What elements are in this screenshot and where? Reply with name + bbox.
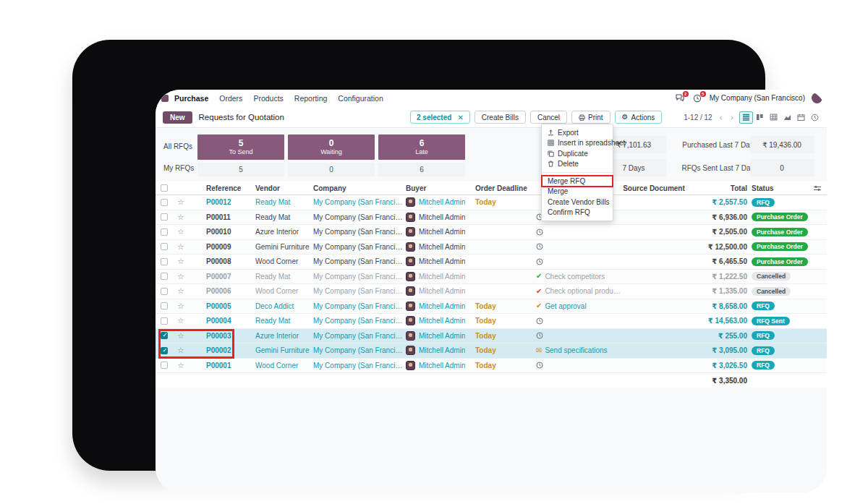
menu-item-duplicate[interactable]: Duplicate <box>542 148 613 159</box>
activities-icon[interactable]: 5 <box>692 93 703 103</box>
create-bills-button[interactable]: Create Bills <box>475 111 526 124</box>
clear-selection-icon[interactable]: ✕ <box>457 114 463 121</box>
table-row[interactable]: ☆P00010Azure InteriorMy Company (San Fra… <box>156 225 827 240</box>
menu-item-create-vendor-bills[interactable]: Create Vendor Bills <box>542 197 613 208</box>
selection-chip[interactable]: 2 selected ✕ <box>410 111 470 124</box>
table-row[interactable]: ☆P00006Wood CornerMy Company (San Franci… <box>156 284 827 299</box>
row-checkbox[interactable] <box>161 228 168 236</box>
my-rfqs-label[interactable]: My RFQs <box>163 164 194 172</box>
user-avatar[interactable] <box>812 93 822 103</box>
favorite-star-icon[interactable]: ☆ <box>173 257 189 266</box>
favorite-star-icon[interactable]: ☆ <box>173 197 189 207</box>
checkbox-cell[interactable] <box>156 288 173 295</box>
my-rfqs-value-waiting[interactable]: 0 <box>288 163 375 176</box>
header-buyer[interactable]: Buyer <box>406 184 475 192</box>
menu-item-insert-in-spreadsheet[interactable]: Insert in spreadsheet <box>542 138 613 149</box>
activity-clock-icon[interactable] <box>536 362 543 369</box>
checkbox-cell[interactable] <box>156 258 173 265</box>
favorite-star-icon[interactable]: ☆ <box>173 316 189 325</box>
row-checkbox[interactable] <box>161 317 168 325</box>
all-rfqs-label[interactable]: All RFQs <box>163 142 192 150</box>
checkbox-cell[interactable] <box>156 317 173 325</box>
dashboard-card-waiting[interactable]: 0Waiting <box>288 134 375 160</box>
row-checkbox[interactable] <box>161 258 168 265</box>
activity-clock-icon[interactable] <box>536 332 543 339</box>
checkbox-cell[interactable] <box>156 243 173 250</box>
messages-icon[interactable]: 2 <box>675 93 686 103</box>
print-button[interactable]: Print <box>571 111 610 124</box>
checkbox-cell[interactable] <box>156 273 173 280</box>
menu-products[interactable]: Products <box>253 94 283 103</box>
checkbox-cell[interactable] <box>156 332 173 339</box>
row-checkbox[interactable] <box>161 213 168 221</box>
cell-activity[interactable] <box>536 317 621 325</box>
row-checkbox[interactable] <box>161 332 168 339</box>
actions-button[interactable]: ⚙ Actions <box>615 111 663 124</box>
menu-purchase[interactable]: Purchase <box>174 94 208 103</box>
menu-item-confirm-rfq[interactable]: Confirm RFQ <box>542 208 613 218</box>
menu-orders[interactable]: Orders <box>219 94 242 103</box>
company-switcher[interactable]: My Company (San Francisco) <box>710 94 805 102</box>
menu-reporting[interactable]: Reporting <box>294 94 328 103</box>
activity-check-icon[interactable]: ✔ <box>536 288 542 295</box>
favorite-star-icon[interactable]: ☆ <box>173 331 189 341</box>
cell-activity[interactable] <box>536 258 621 265</box>
my-rfqs-value-to-send[interactable]: 5 <box>197 163 284 176</box>
activity-check-icon[interactable]: ✔ <box>536 302 542 309</box>
checkbox-cell[interactable] <box>156 362 173 369</box>
row-checkbox[interactable] <box>161 362 168 369</box>
cell-activity[interactable]: ✔Get approval <box>536 302 621 310</box>
graph-view-icon[interactable] <box>780 111 794 124</box>
table-row[interactable]: ☆P00003Azure InteriorMy Company (San Fra… <box>156 329 827 344</box>
activity-clock-icon[interactable] <box>536 228 543 236</box>
activity-clock-icon[interactable] <box>536 258 543 265</box>
cell-activity[interactable] <box>536 362 621 369</box>
favorite-star-icon[interactable]: ☆ <box>173 213 189 222</box>
pager-next-icon[interactable]: › <box>728 113 736 121</box>
apps-menu-icon[interactable] <box>161 95 169 102</box>
checkbox-cell[interactable] <box>156 302 173 309</box>
favorite-star-icon[interactable]: ☆ <box>173 242 189 252</box>
favorite-star-icon[interactable]: ☆ <box>173 302 189 311</box>
menu-item-merge[interactable]: Merge <box>542 187 613 197</box>
activity-view-icon[interactable] <box>808 111 822 124</box>
menu-configuration[interactable]: Configuration <box>338 94 383 103</box>
row-checkbox[interactable] <box>161 199 168 206</box>
my-rfqs-value-late[interactable]: 6 <box>378 163 465 176</box>
row-checkbox[interactable] <box>161 302 168 309</box>
cell-activity[interactable] <box>536 243 621 250</box>
new-button[interactable]: New <box>163 111 192 124</box>
menu-item-delete[interactable]: Delete <box>542 159 613 170</box>
table-row[interactable]: ☆P00011Ready MatMy Company (San Francisc… <box>156 210 827 226</box>
calendar-view-icon[interactable] <box>794 111 808 124</box>
favorite-star-icon[interactable]: ☆ <box>173 286 189 296</box>
cancel-button[interactable]: Cancel <box>530 111 567 124</box>
table-row[interactable]: ☆P00009Gemini FurnitureMy Company (San F… <box>156 240 827 255</box>
favorite-star-icon[interactable]: ☆ <box>173 361 189 370</box>
dashboard-card-to-send[interactable]: 5To Send <box>197 134 284 160</box>
header-vendor[interactable]: Vendor <box>255 184 313 192</box>
list-view-icon[interactable] <box>739 111 753 124</box>
menu-item-merge-rfq[interactable]: Merge RFQ <box>542 176 613 187</box>
favorite-star-icon[interactable]: ☆ <box>173 272 189 281</box>
table-row[interactable]: ☆P00008Wood CornerMy Company (San Franci… <box>156 255 827 270</box>
header-source-document[interactable]: Source Document <box>621 184 686 192</box>
table-row[interactable]: ☆P00005Deco AddictMy Company (San Franci… <box>156 299 827 315</box>
table-row[interactable]: ☆P00007Ready MatMy Company (San Francisc… <box>156 270 827 285</box>
header-company[interactable]: Company <box>313 184 406 192</box>
header-checkbox-cell[interactable] <box>156 184 173 192</box>
table-row[interactable]: ☆P00002Gemini FurnitureMy Company (San F… <box>156 343 827 359</box>
activity-envelope-icon[interactable]: ✉ <box>536 347 542 354</box>
activity-clock-icon[interactable] <box>536 317 543 325</box>
table-row[interactable]: ☆P00004Ready MatMy Company (San Francisc… <box>156 314 827 329</box>
checkbox-cell[interactable] <box>156 228 173 236</box>
activity-check-icon[interactable]: ✔ <box>536 273 542 280</box>
cell-activity[interactable] <box>536 228 621 236</box>
row-checkbox[interactable] <box>161 273 168 280</box>
activity-clock-icon[interactable] <box>536 243 543 250</box>
dashboard-card-late[interactable]: 6Late <box>378 134 465 160</box>
select-all-checkbox[interactable] <box>161 184 168 192</box>
header-order-deadline[interactable]: Order Deadline <box>475 184 536 192</box>
favorite-star-icon[interactable]: ☆ <box>173 346 189 355</box>
favorite-star-icon[interactable]: ☆ <box>173 227 189 236</box>
